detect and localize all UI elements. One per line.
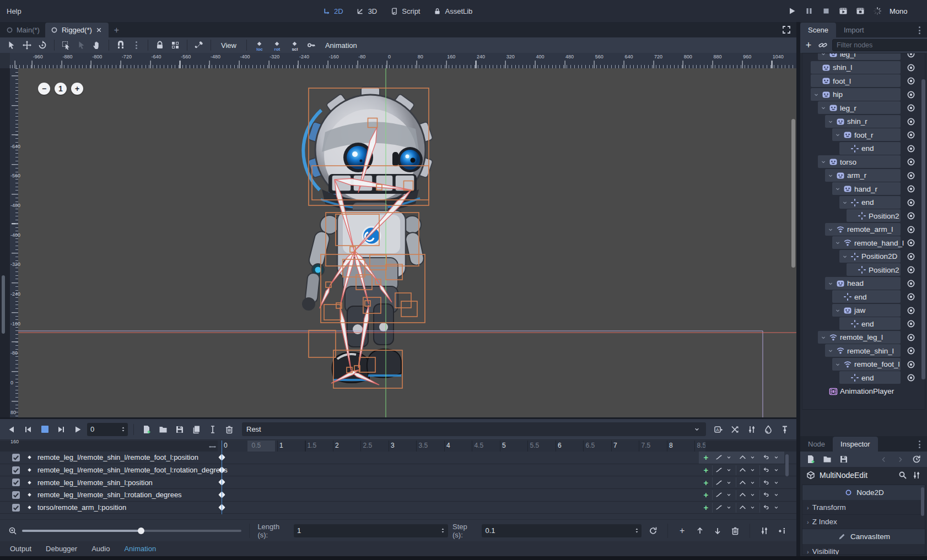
bottom-tab-animation[interactable]: Animation <box>124 545 156 553</box>
nav-assetlib[interactable]: AssetLib <box>428 4 477 18</box>
interpolation-mode-button[interactable] <box>736 503 758 513</box>
collapse-arrow-icon[interactable] <box>820 159 827 165</box>
visibility-eye-icon[interactable] <box>906 306 916 316</box>
property-group-visibility[interactable]: ›Visibility <box>802 545 925 555</box>
canvas-vertical-scrollbar[interactable] <box>791 119 795 268</box>
edit-transitions-button[interactable] <box>728 423 742 436</box>
select-tool-button[interactable] <box>4 39 19 52</box>
lock-object-button[interactable] <box>153 39 167 52</box>
loop-mode-button[interactable] <box>759 477 782 487</box>
play-backwards-button[interactable] <box>21 423 35 436</box>
pause-button[interactable] <box>804 6 814 16</box>
nav-2d[interactable]: 2D <box>317 4 348 18</box>
new-resource-button[interactable] <box>806 454 816 464</box>
timeline-header[interactable]: 00.511.522.533.544.555.566.577.588.5 <box>0 441 796 452</box>
snap-toggle-button[interactable] <box>114 39 128 52</box>
history-back-button[interactable] <box>879 454 888 464</box>
view-menu-button[interactable]: View <box>215 40 242 51</box>
position-select-button[interactable] <box>74 39 89 52</box>
tree-row-foot_r[interactable]: foot_r <box>802 128 925 142</box>
track-enabled-checkbox[interactable] <box>12 504 20 512</box>
collapse-arrow-icon[interactable] <box>842 199 848 206</box>
collapse-arrow-icon[interactable] <box>827 280 834 287</box>
distraction-free-icon[interactable] <box>782 25 791 35</box>
timeline-playhead[interactable] <box>222 441 222 514</box>
tree-row-end[interactable]: end <box>802 142 925 155</box>
visibility-eye-icon[interactable] <box>906 346 916 356</box>
scene-tab-rigged[interactable]: Rigged(*) <box>45 23 109 37</box>
tree-row-remote_leg_l[interactable]: remote_leg_l <box>802 331 925 344</box>
visibility-eye-icon[interactable] <box>906 252 916 262</box>
interpolation-mode-button[interactable] <box>736 453 758 463</box>
bottom-tab-output[interactable]: Output <box>10 545 31 553</box>
interpolation-mode-button[interactable] <box>736 490 758 500</box>
autoplay-on-load-button[interactable]: A <box>712 423 726 436</box>
collapse-arrow-icon[interactable] <box>834 132 841 138</box>
collapse-arrow-icon[interactable] <box>834 307 841 314</box>
tree-row-hand_r[interactable]: hand_r <box>802 182 925 195</box>
collapse-arrow-icon[interactable] <box>820 334 827 341</box>
zoom-reset-button[interactable]: 1 <box>55 83 67 95</box>
collapse-arrow-icon[interactable] <box>827 226 834 233</box>
property-group-z-index[interactable]: ›Z Index <box>802 515 925 529</box>
animation-track[interactable]: torso/remote_arm_l:position+ <box>0 502 796 514</box>
rotate-tool-button[interactable] <box>35 39 50 52</box>
dock-splitter[interactable] <box>796 22 800 556</box>
collapse-arrow-icon[interactable] <box>827 172 834 179</box>
visibility-eye-icon[interactable] <box>906 238 916 248</box>
update-mode-button[interactable] <box>712 453 735 463</box>
visibility-eye-icon[interactable] <box>906 157 916 167</box>
visibility-eye-icon[interactable] <box>906 360 916 369</box>
collapse-arrow-icon[interactable] <box>820 105 827 111</box>
visibility-eye-icon[interactable] <box>906 90 916 100</box>
visibility-eye-icon[interactable] <box>906 76 916 86</box>
add-track-button[interactable]: + <box>676 524 689 537</box>
spin-arrows-icon2[interactable] <box>632 526 642 536</box>
inspector-menu-icon[interactable] <box>916 441 923 448</box>
tree-row-shin_r[interactable]: shin_r <box>802 115 925 128</box>
history-forward-button[interactable] <box>895 454 905 464</box>
property-search-icon[interactable] <box>898 470 908 480</box>
interpolation-mode-button[interactable] <box>736 477 758 487</box>
collapse-arrow-icon[interactable] <box>827 118 834 125</box>
key-position-toggle[interactable]: loc <box>251 39 268 52</box>
snap-options-button[interactable] <box>129 39 143 52</box>
tracks-scrollbar[interactable] <box>785 454 789 476</box>
tree-row-head[interactable]: head <box>802 277 925 290</box>
zoom-out-button[interactable]: − <box>38 83 50 95</box>
bottom-tab-debugger[interactable]: Debugger <box>46 545 77 553</box>
dock-tab-scene[interactable]: Scene <box>800 23 836 37</box>
nav-3d[interactable]: 3D <box>351 4 382 18</box>
slider-knob[interactable] <box>138 528 144 534</box>
bone-selection-box[interactable] <box>309 330 336 357</box>
play-custom-scene-button[interactable] <box>855 6 865 16</box>
key-value-edit-button[interactable] <box>775 524 789 537</box>
play-from-start-button[interactable] <box>54 423 68 436</box>
bone-selection-box[interactable] <box>401 301 417 317</box>
nav-script[interactable]: Script <box>385 4 424 18</box>
2d-canvas[interactable]: − 1 + <box>18 68 796 417</box>
dock-tab-node[interactable]: Node <box>800 437 833 452</box>
tree-row-end[interactable]: end <box>802 317 925 330</box>
insert-key-button[interactable] <box>304 39 319 52</box>
visibility-eye-icon[interactable] <box>906 144 916 154</box>
key-scale-toggle[interactable]: scl <box>287 39 303 52</box>
bone-selection-box[interactable] <box>324 305 341 320</box>
move-track-up-button[interactable] <box>693 524 707 537</box>
visibility-eye-icon[interactable] <box>906 279 916 289</box>
tree-row-arm_r[interactable]: arm_r <box>802 169 925 182</box>
left-scroll-handle[interactable] <box>2 275 5 334</box>
visibility-eye-icon[interactable] <box>906 265 916 275</box>
collapse-arrow-icon[interactable] <box>813 91 820 98</box>
zoom-in-button[interactable]: + <box>71 83 83 95</box>
animation-track[interactable]: remote_leg_l/remote_shin_l:rotation_degr… <box>0 489 796 502</box>
loop-mode-button[interactable] <box>759 503 782 513</box>
tree-row-position2[interactable]: Position2 <box>802 263 925 276</box>
tree-row-end[interactable]: end <box>802 290 925 303</box>
loop-mode-button[interactable] <box>759 453 782 463</box>
add-key-button[interactable]: + <box>701 503 711 513</box>
timeline-zoom-slider[interactable] <box>22 530 241 532</box>
collapse-arrow-icon[interactable] <box>834 186 841 192</box>
visibility-eye-icon[interactable] <box>906 333 916 342</box>
new-animation-button[interactable] <box>139 423 154 436</box>
